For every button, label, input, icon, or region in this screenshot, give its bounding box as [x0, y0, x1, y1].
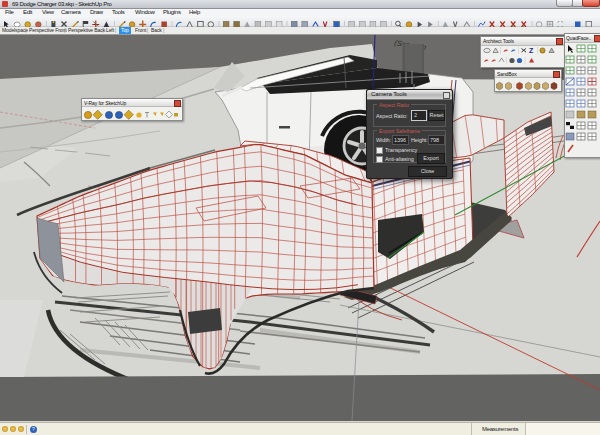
svg-text:Z: Z: [529, 47, 534, 54]
